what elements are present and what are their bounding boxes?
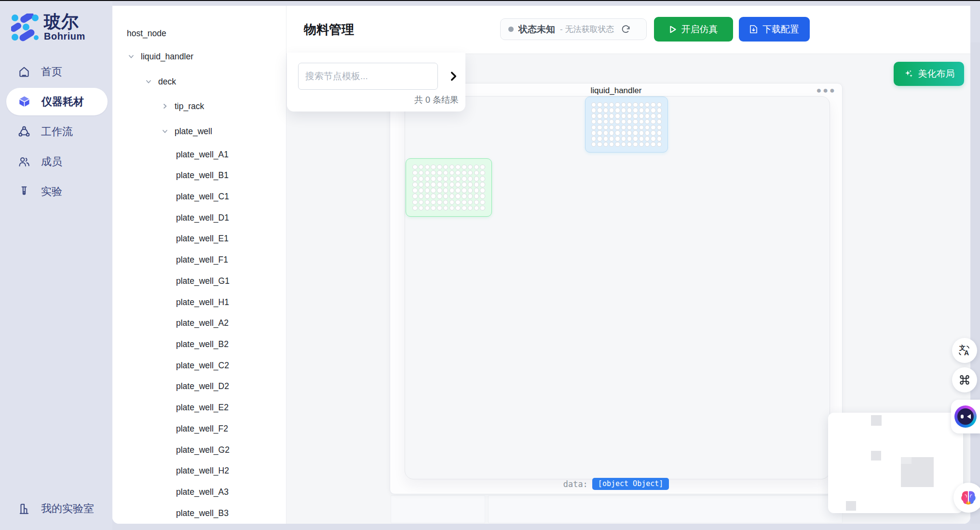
start-simulation-button[interactable]: 开启仿真: [654, 17, 733, 42]
tree-node-plate_well_C2[interactable]: plate_well_C2: [176, 355, 229, 376]
tree-node-plate_well_E2[interactable]: plate_well_E2: [176, 397, 229, 418]
well: [419, 176, 424, 181]
well: [437, 206, 442, 211]
well: [462, 182, 467, 187]
well: [455, 200, 461, 205]
sidebar-item-instruments[interactable]: 仪器耗材: [6, 88, 108, 115]
well: [443, 194, 449, 199]
sidebar-item-members[interactable]: 成员: [6, 149, 108, 174]
well: [474, 170, 479, 176]
tree-node-label: plate_well_C1: [176, 192, 229, 202]
well: [621, 119, 626, 125]
well: [645, 142, 650, 147]
sidebar-item-my-lab[interactable]: 我的实验室: [6, 496, 108, 521]
tree-node-plate_well_G1[interactable]: plate_well_G1: [176, 270, 230, 292]
well: [425, 194, 430, 199]
well: [633, 136, 638, 141]
well: [474, 182, 479, 187]
tree-node-plate_well_A2[interactable]: plate_well_A2: [176, 313, 229, 334]
command-palette-button[interactable]: [952, 367, 977, 392]
well: [645, 108, 650, 113]
well: [443, 170, 449, 176]
sidebar-item-workflow[interactable]: 工作流: [6, 119, 108, 144]
well: [455, 182, 461, 187]
sidebar-item-experiments[interactable]: 实验: [6, 179, 108, 204]
node-search-dropdown: 共 0 条结果: [287, 53, 465, 112]
tree-node-plate_well_C1[interactable]: plate_well_C1: [176, 186, 229, 207]
tree-node-plate_well_F1[interactable]: plate_well_F1: [176, 250, 228, 271]
search-input[interactable]: [298, 63, 438, 90]
tree-node-plate_well_G2[interactable]: plate_well_G2: [176, 439, 230, 460]
tree-node-plate_well_B1[interactable]: plate_well_B1: [176, 165, 229, 186]
tree-node-plate_well_F2[interactable]: plate_well_F2: [176, 418, 228, 439]
tree-node-plate_well[interactable]: plate_well: [162, 121, 212, 142]
command-icon: [958, 374, 971, 386]
tree-node-plate_well_E1[interactable]: plate_well_E1: [176, 228, 229, 250]
scrollbar-track[interactable]: [970, 42, 980, 524]
well: [609, 102, 614, 108]
well: [621, 130, 626, 136]
well: [437, 182, 442, 187]
well: [627, 108, 632, 113]
tree-node-plate_well_H1[interactable]: plate_well_H1: [176, 292, 229, 313]
well: [657, 102, 662, 108]
tree-node-label: tip_rack: [175, 101, 204, 112]
canvas-ghost-shape: [391, 495, 485, 523]
translate-button[interactable]: 文 A: [952, 338, 977, 363]
well: [474, 206, 479, 211]
tree-node-label: plate_well_F2: [176, 424, 228, 434]
download-config-button[interactable]: 下载配置: [739, 17, 810, 42]
well: [455, 170, 461, 176]
refresh-icon[interactable]: [621, 24, 631, 34]
tree-node-label: liquid_handler: [141, 52, 193, 62]
well: [443, 176, 449, 181]
well: [657, 125, 662, 130]
tree-node-tip_rack[interactable]: tip_rack: [162, 96, 204, 117]
well: [651, 125, 656, 130]
play-icon: [669, 26, 677, 33]
sidebar: 玻尔 Bohrium 首页 仪器耗材 工作流 成员 实验 我的实验室: [0, 1, 112, 530]
well: [621, 142, 626, 147]
well: [651, 108, 656, 113]
flow-canvas[interactable]: liquid_handler ●●● data: [object Object]…: [286, 54, 970, 524]
well-plate-blue[interactable]: [585, 97, 668, 153]
tree-node-plate_well_B3[interactable]: plate_well_B3: [176, 502, 229, 524]
well: [462, 194, 467, 199]
well-plate-green[interactable]: [406, 158, 492, 217]
ai-assistant-button[interactable]: [951, 400, 980, 433]
well: [419, 200, 424, 205]
deck-panel[interactable]: [405, 96, 830, 479]
status-dot: [508, 27, 514, 32]
sidebar-item-home[interactable]: 首页: [6, 59, 108, 84]
tree-node-plate_well_D1[interactable]: plate_well_D1: [176, 207, 229, 228]
tree-node-plate_well_B2[interactable]: plate_well_B2: [176, 334, 229, 355]
sparkles-icon: [903, 69, 914, 79]
tree-node-plate_well_H2[interactable]: plate_well_H2: [176, 460, 229, 482]
tree-node-plate_well_A1[interactable]: plate_well_A1: [176, 144, 229, 165]
minimap[interactable]: [828, 413, 963, 513]
well: [603, 125, 609, 130]
beautify-layout-button[interactable]: 美化布局: [894, 62, 964, 86]
well: [657, 142, 662, 147]
node-menu-icon[interactable]: ●●●: [816, 85, 836, 96]
well: [627, 130, 632, 136]
ai-brain-button[interactable]: [953, 483, 980, 513]
well: [468, 200, 473, 205]
collapse-arrow-icon[interactable]: [447, 70, 460, 83]
well: [480, 165, 485, 170]
status-badge[interactable]: 状态未知 - 无法获取状态: [500, 18, 647, 40]
tree-node-liquid_handler[interactable]: liquid_handler: [128, 46, 193, 67]
well: [639, 136, 644, 141]
tree-node-deck[interactable]: deck: [145, 71, 176, 92]
tree-node-host_node[interactable]: host_node: [127, 23, 166, 44]
node-data-row: data: [object Object]: [390, 478, 842, 490]
liquid-handler-node[interactable]: liquid_handler ●●● data: [object Object]: [390, 83, 843, 494]
well: [657, 113, 662, 119]
well: [609, 108, 614, 113]
data-value-badge[interactable]: [object Object]: [592, 478, 669, 490]
search-result-count: 共 0 条结果: [414, 94, 459, 106]
tree-node-plate_well_D2[interactable]: plate_well_D2: [176, 376, 229, 397]
well: [591, 119, 597, 125]
tree-node-plate_well_A3[interactable]: plate_well_A3: [176, 482, 229, 503]
app-logo[interactable]: 玻尔 Bohrium: [11, 13, 85, 42]
